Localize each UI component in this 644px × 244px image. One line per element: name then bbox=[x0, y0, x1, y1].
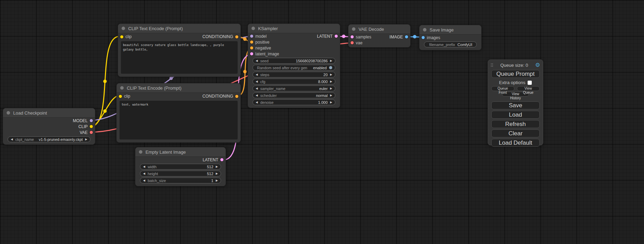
stepper-right-icon[interactable]: ▶ bbox=[330, 87, 332, 90]
port-dot-conditioning[interactable] bbox=[250, 40, 253, 44]
stepper-right-icon[interactable]: ▶ bbox=[85, 138, 87, 141]
sampler-name-widget[interactable]: ◀ sampler_name euler ▶ bbox=[253, 85, 335, 91]
stepper-right-icon[interactable]: ▶ bbox=[330, 80, 332, 83]
input-samples[interactable]: samples bbox=[351, 35, 371, 39]
view-queue-button[interactable]: View Queue bbox=[517, 86, 540, 91]
stepper-left-icon[interactable]: ◀ bbox=[256, 60, 258, 62]
output-image[interactable]: IMAGE bbox=[389, 35, 408, 39]
port-dot-clip[interactable] bbox=[119, 95, 122, 98]
ckpt-name-widget[interactable]: ◀ ckpt_name v1-5-pruned-emaonly.ckpt ▶ bbox=[8, 136, 90, 142]
stepper-left-icon[interactable]: ◀ bbox=[143, 172, 145, 175]
input-vae[interactable]: vae bbox=[351, 40, 362, 45]
input-positive[interactable]: positive bbox=[250, 40, 270, 45]
node-header[interactable]: CLIP Text Encode (Prompt) bbox=[118, 24, 240, 33]
port-dot-model[interactable] bbox=[90, 119, 93, 122]
port-dot-clip[interactable] bbox=[120, 35, 123, 38]
collapse-dot-icon[interactable] bbox=[252, 27, 255, 30]
stepper-right-icon[interactable]: ▶ bbox=[330, 101, 332, 104]
stepper-right-icon[interactable]: ▶ bbox=[216, 172, 218, 175]
stepper-left-icon[interactable]: ◀ bbox=[256, 94, 258, 97]
stepper-right-icon[interactable]: ▶ bbox=[216, 179, 218, 182]
stepper-left-icon[interactable]: ◀ bbox=[143, 165, 145, 168]
node-ksampler[interactable]: KSampler model LATENT positive negative … bbox=[248, 24, 340, 108]
node-empty-latent-image[interactable]: Empty Latent Image LATENT ◀ width 512 ▶ … bbox=[135, 147, 226, 186]
settings-gear-icon[interactable]: ⚙ bbox=[535, 62, 540, 68]
collapse-dot-icon[interactable] bbox=[120, 86, 124, 90]
input-clip[interactable]: clip bbox=[120, 34, 132, 39]
port-dot-image[interactable] bbox=[422, 36, 425, 39]
load-default-button[interactable]: Load Default bbox=[491, 139, 540, 147]
stepper-left-icon[interactable]: ◀ bbox=[256, 80, 258, 83]
port-dot-conditioning[interactable] bbox=[235, 95, 238, 98]
denoise-widget[interactable]: ◀ denoise 1.000 ▶ bbox=[253, 99, 335, 105]
random-seed-toggle[interactable]: Random seed after every gen enabled bbox=[253, 65, 335, 71]
port-dot-latent[interactable] bbox=[250, 52, 253, 55]
height-widget[interactable]: ◀ height 512 ▶ bbox=[140, 171, 221, 177]
node-header[interactable]: VAE Decode bbox=[349, 25, 410, 34]
cfg-widget[interactable]: ◀ cfg 8.000 ▶ bbox=[253, 79, 335, 84]
node-header[interactable]: Save Image bbox=[420, 25, 481, 35]
node-clip-encode-negative[interactable]: CLIP Text Encode (Prompt) clip CONDITION… bbox=[116, 83, 241, 143]
node-load-checkpoint[interactable]: Load Checkpoint MODEL CLIP VAE ◀ ckpt_na… bbox=[3, 108, 95, 145]
queue-prompt-button[interactable]: Queue Prompt bbox=[491, 70, 540, 78]
output-vae[interactable]: VAE bbox=[80, 130, 93, 135]
batch-size-widget[interactable]: ◀ batch_size 1 ▶ bbox=[140, 178, 221, 183]
port-dot-latent[interactable] bbox=[351, 35, 354, 38]
drag-handle-icon[interactable] bbox=[491, 63, 493, 67]
port-dot-image[interactable] bbox=[405, 35, 408, 38]
steps-widget[interactable]: ◀ steps 20 ▶ bbox=[253, 72, 335, 78]
stepper-right-icon[interactable]: ▶ bbox=[330, 94, 332, 97]
node-header[interactable]: Empty Latent Image bbox=[135, 147, 226, 157]
collapse-dot-icon[interactable] bbox=[122, 27, 125, 30]
port-dot-clip[interactable] bbox=[90, 125, 93, 128]
stepper-left-icon[interactable]: ◀ bbox=[143, 179, 145, 182]
input-latent-image[interactable]: latent_image bbox=[250, 52, 279, 56]
save-button[interactable]: Save bbox=[491, 101, 540, 109]
stepper-right-icon[interactable]: ▶ bbox=[330, 73, 332, 76]
clear-button[interactable]: Clear bbox=[491, 129, 540, 137]
input-negative[interactable]: negative bbox=[250, 46, 271, 51]
comfy-menu-panel[interactable]: Queue size: 0 ⚙ Queue Prompt Extra optio… bbox=[488, 60, 543, 145]
collapse-dot-icon[interactable] bbox=[352, 27, 355, 31]
node-save-image[interactable]: Save Image images filename_prefix ComfyU… bbox=[419, 25, 482, 50]
port-dot-latent[interactable] bbox=[220, 158, 223, 161]
port-dot-conditioning[interactable] bbox=[235, 35, 238, 38]
node-clip-encode-positive[interactable]: CLIP Text Encode (Prompt) clip CONDITION… bbox=[118, 24, 241, 77]
load-button[interactable]: Load bbox=[491, 111, 540, 119]
collapse-dot-icon[interactable] bbox=[7, 111, 10, 115]
port-dot-conditioning[interactable] bbox=[250, 46, 253, 49]
stepper-left-icon[interactable]: ◀ bbox=[256, 101, 258, 104]
output-conditioning[interactable]: CONDITIONING bbox=[202, 34, 238, 39]
output-clip[interactable]: CLIP bbox=[78, 124, 93, 129]
extra-options-checkbox[interactable] bbox=[528, 81, 532, 85]
collapse-dot-icon[interactable] bbox=[139, 150, 142, 154]
input-model[interactable]: model bbox=[250, 34, 267, 39]
refresh-button[interactable]: Refresh bbox=[491, 120, 540, 128]
stepper-left-icon[interactable]: ◀ bbox=[256, 87, 258, 90]
filename-prefix-widget[interactable]: filename_prefix ComfyUI bbox=[424, 42, 477, 47]
comfyui-canvas[interactable]: { "app": "ComfyUI node graph", "colors":… bbox=[0, 0, 644, 244]
port-dot-vae[interactable] bbox=[351, 41, 354, 44]
input-clip[interactable]: clip bbox=[119, 94, 130, 99]
scheduler-widget[interactable]: ◀ scheduler normal ▶ bbox=[253, 92, 335, 98]
port-dot-model[interactable] bbox=[250, 35, 253, 38]
input-images[interactable]: images bbox=[422, 35, 440, 40]
node-header[interactable]: Load Checkpoint bbox=[3, 108, 95, 118]
queue-front-button[interactable]: Queue Front bbox=[491, 86, 514, 91]
output-latent[interactable]: LATENT bbox=[203, 157, 223, 162]
node-header[interactable]: KSampler bbox=[248, 24, 340, 33]
stepper-left-icon[interactable]: ◀ bbox=[256, 73, 258, 76]
port-dot-latent[interactable] bbox=[335, 35, 338, 38]
stepper-right-icon[interactable]: ▶ bbox=[330, 60, 332, 62]
stepper-right-icon[interactable]: ▶ bbox=[216, 165, 218, 168]
output-model[interactable]: MODEL bbox=[73, 118, 93, 123]
prompt-textarea[interactable]: text, watermark bbox=[120, 101, 238, 139]
port-dot-vae[interactable] bbox=[90, 131, 93, 134]
stepper-left-icon[interactable]: ◀ bbox=[11, 138, 13, 141]
collapse-dot-icon[interactable] bbox=[423, 28, 426, 31]
prompt-textarea[interactable]: beautiful scenery nature glass bottle la… bbox=[121, 41, 238, 74]
node-header[interactable]: CLIP Text Encode (Prompt) bbox=[117, 83, 240, 93]
toggle-dot-icon[interactable] bbox=[329, 66, 332, 69]
width-widget[interactable]: ◀ width 512 ▶ bbox=[140, 164, 221, 170]
seed-widget[interactable]: ◀ seed 156680208700286 ▶ bbox=[253, 58, 335, 64]
